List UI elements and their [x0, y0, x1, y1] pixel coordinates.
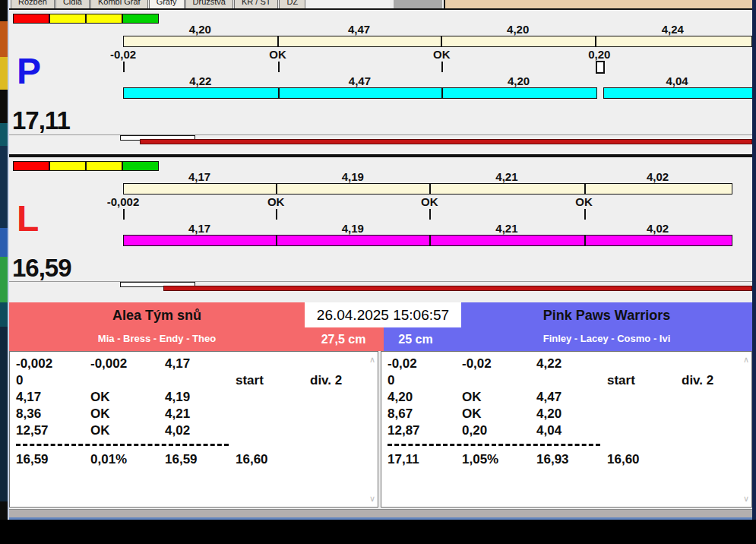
lower-split-time-label: 4,19	[342, 222, 364, 235]
table-cell: -0,02	[462, 356, 492, 372]
table-cell: 8,36	[16, 406, 41, 422]
lane-total-time: 17,11	[12, 106, 70, 135]
desktop-edge-patch	[0, 257, 8, 302]
window-right-border	[752, 0, 756, 520]
upper-bar	[123, 183, 732, 195]
marker-tick-icon	[441, 62, 443, 72]
upper-bar	[123, 36, 752, 47]
team-right-members: Finley - Lacey - Cosmo - Ivi	[461, 333, 752, 344]
table-cell: -0,002	[90, 356, 127, 372]
upper-split-time-label: 4,02	[647, 170, 669, 183]
summary-cell: 17,11	[387, 452, 419, 467]
summary-cell: 16,93	[536, 452, 569, 467]
tab-dz[interactable]: DZ	[279, 0, 305, 9]
tab-kr-st[interactable]: KR / ST	[234, 0, 279, 9]
table-cell: OK	[462, 406, 482, 422]
summary-cell: 16,59	[16, 452, 49, 467]
lower-split-time-label: 4,20	[508, 74, 530, 87]
marker-label: -0,002	[107, 195, 140, 208]
lower-bar	[123, 235, 732, 246]
marker-label: OK	[269, 48, 286, 61]
upper-split-time-label: 4,47	[348, 23, 370, 36]
lane-p-panel: 4,204,474,204,244,224,474,204,04-0,02OKO…	[9, 11, 752, 134]
team-left-jump-height: 27,5 cm	[310, 332, 377, 347]
marker-label: -0,02	[110, 48, 136, 61]
indicator-square	[86, 161, 122, 171]
marker-tick-icon	[278, 62, 280, 72]
indicator-square	[122, 161, 159, 171]
lane-l-timeline-strip	[9, 281, 752, 292]
table-cell: start	[607, 373, 635, 388]
marker-label: OK	[267, 195, 285, 208]
table-cell: 12,87	[387, 423, 420, 438]
scroll-up-icon[interactable]: ∧	[369, 356, 375, 364]
indicator-square	[13, 161, 49, 171]
table-cell: -0,02	[387, 356, 417, 372]
lane-p-timeline-strip	[9, 134, 752, 145]
lower-bar-separator	[276, 236, 277, 245]
scroll-up-icon[interactable]: ∧	[743, 356, 749, 364]
lower-split-time-label: 4,22	[189, 74, 211, 87]
scroll-down-icon[interactable]: ∨	[743, 495, 749, 503]
marker-label: OK	[575, 195, 593, 208]
upper-bar-separator	[429, 184, 431, 194]
tab-dru-stva[interactable]: Družstva	[185, 0, 233, 9]
tab--idla[interactable]: Čidla	[55, 0, 90, 9]
upper-split-time-label: 4,17	[188, 170, 210, 183]
indicator-square	[49, 161, 86, 171]
indicator-square	[86, 14, 122, 24]
upper-bar-separator	[584, 184, 586, 194]
table-cell: 4,20	[387, 390, 413, 405]
upper-bar-separator	[595, 36, 596, 46]
team-left-name: Alea Tým snů	[9, 308, 305, 324]
table-cell: OK	[90, 423, 110, 438]
table-cell: 4,22	[536, 356, 561, 372]
table-cell: start	[236, 373, 264, 388]
table-cell: 0	[16, 373, 23, 388]
marker-tick-icon	[584, 209, 586, 220]
desktop-edge-patch	[0, 228, 8, 257]
team-left-results-table[interactable]: ∧ ∨ -0,002-0,0024,170startdiv. 24,17OK4,…	[9, 351, 378, 508]
team-left-members: Mia - Bress - Endy - Theo	[9, 333, 305, 344]
table-cell: OK	[90, 406, 110, 422]
table-cell: div. 2	[310, 373, 342, 388]
tab-rozb-h[interactable]: Rozběh	[11, 0, 55, 9]
table-cell: 0	[387, 373, 394, 388]
tab-grafy[interactable]: Grafy	[149, 0, 185, 9]
lower-split-time-label: 4,04	[666, 74, 688, 87]
team-right-results-table[interactable]: ∧ ∨ -0,02-0,024,220startdiv. 24,20OK4,47…	[381, 351, 752, 508]
table-cell: 4,02	[165, 423, 190, 438]
table-cell: 4,17	[165, 356, 190, 372]
tab-kombi-graf[interactable]: Kombi Graf	[90, 0, 148, 9]
summary-cell: 1,05%	[462, 452, 498, 467]
summary-divider	[387, 444, 600, 446]
marker-label: OK	[421, 195, 438, 208]
indicator-square	[13, 14, 49, 24]
table-cell: 12,57	[16, 423, 49, 438]
team-right-jump-height: 25 cm	[387, 332, 444, 347]
desktop-behind-strip	[444, 0, 752, 8]
indicator-square	[49, 14, 86, 24]
table-cell: div. 2	[682, 373, 713, 388]
scroll-down-icon[interactable]: ∨	[369, 495, 375, 503]
lower-split-time-label: 4,17	[188, 222, 210, 235]
scoreboard-section: Alea Tým snů Mia - Bress - Endy - Theo P…	[9, 302, 752, 509]
table-cell: 4,47	[536, 390, 561, 405]
lane-letter: L	[17, 201, 39, 237]
table-cell: OK	[90, 390, 110, 405]
summary-cell: 16,60	[236, 452, 268, 467]
datetime-display: 26.04.2025 15:06:57	[305, 302, 461, 327]
tabs-row: RozběhČidlaKombi GrafGrafyDružstvaKR / S…	[11, 0, 306, 9]
upper-split-time-label: 4,20	[189, 23, 211, 36]
upper-split-time-label: 4,21	[495, 170, 517, 183]
table-cell: 8,67	[387, 406, 413, 422]
panel-divider	[9, 154, 752, 157]
indicator-square	[122, 14, 159, 24]
status-squares	[13, 161, 159, 171]
desktop-bottom	[0, 520, 756, 544]
desktop-edge-patch	[0, 123, 8, 146]
team-right-name: Pink Paws Warriors	[461, 308, 752, 324]
lower-bar-separator	[441, 88, 443, 98]
table-cell: OK	[462, 390, 482, 405]
table-cell: 4,20	[536, 406, 561, 422]
